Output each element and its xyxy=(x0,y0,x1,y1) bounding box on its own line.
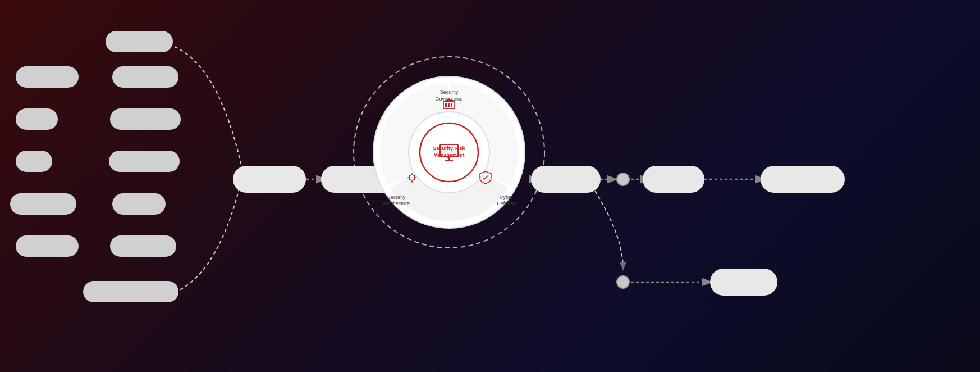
stage-release xyxy=(531,166,601,193)
stakeholder-vendors xyxy=(16,66,79,88)
stage-capture xyxy=(233,166,306,193)
stakeholder-regulators xyxy=(109,151,180,172)
stakeholder-it xyxy=(16,151,52,172)
diagram-container: SecurityGovernance SecurityArchitecture … xyxy=(0,0,980,372)
svg-rect-17 xyxy=(445,103,447,107)
svg-rect-18 xyxy=(448,103,450,107)
stakeholder-investors xyxy=(112,66,178,88)
node-archive-branch xyxy=(616,275,630,289)
node-release-branch xyxy=(616,173,630,186)
svg-rect-15 xyxy=(442,146,456,155)
stakeholder-legal xyxy=(112,193,166,215)
stage-deploy xyxy=(643,166,704,193)
svg-rect-19 xyxy=(451,103,452,107)
stakeholder-partners xyxy=(16,235,79,257)
central-security-diagram: SecurityGovernance SecurityArchitecture … xyxy=(370,74,528,231)
stage-production xyxy=(761,166,845,193)
stakeholder-finance xyxy=(106,31,173,52)
stakeholder-executive xyxy=(110,235,176,257)
stakeholder-customer xyxy=(10,193,76,215)
stage-archive xyxy=(710,269,777,296)
stakeholder-board xyxy=(83,281,178,302)
stakeholder-operations xyxy=(110,108,181,130)
stakeholder-hr xyxy=(16,108,58,130)
